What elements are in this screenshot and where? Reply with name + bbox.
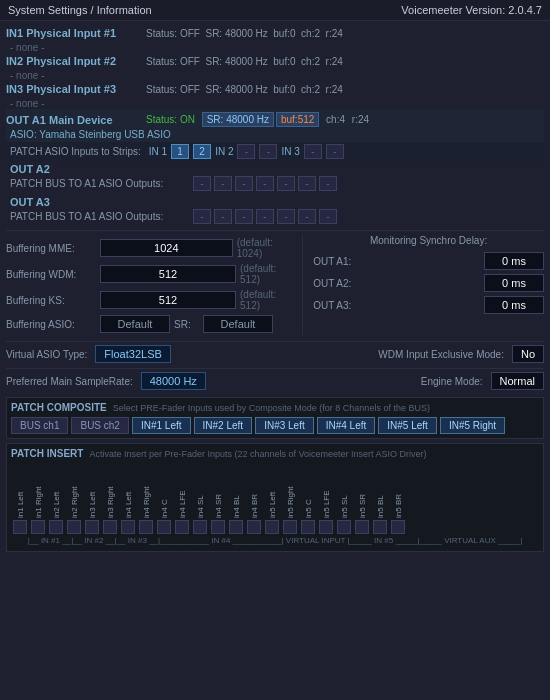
insert-channel-btn-15[interactable] bbox=[283, 520, 297, 534]
in2-none: - none - bbox=[6, 70, 44, 81]
insert-channel-col-0: in1 Left bbox=[11, 463, 29, 534]
insert-channel-label-5: in3 Right bbox=[106, 463, 115, 518]
composite-in2-left[interactable]: IN#2 Left bbox=[194, 417, 253, 434]
patch-in1-btn1[interactable]: 1 bbox=[171, 144, 189, 159]
insert-channel-btn-18[interactable] bbox=[337, 520, 351, 534]
insert-channel-btn-1[interactable] bbox=[31, 520, 45, 534]
composite-in1-left[interactable]: IN#1 Left bbox=[132, 417, 191, 434]
composite-in3-left[interactable]: IN#3 Left bbox=[255, 417, 314, 434]
out-a3-label: OUT A3 bbox=[10, 196, 50, 208]
composite-in4-left[interactable]: IN#4 Left bbox=[317, 417, 376, 434]
patch-insert-desc: Activate Insert per Pre-Fader Inputs (22… bbox=[89, 449, 426, 459]
patch-composite-buttons: BUS ch1 BUS ch2 IN#1 Left IN#2 Left IN#3… bbox=[11, 417, 539, 434]
insert-channel-btn-4[interactable] bbox=[85, 520, 99, 534]
insert-channel-col-15: in5 Right bbox=[281, 463, 299, 534]
in3-row: IN3 Physical Input #3 Status: OFF SR: 48… bbox=[6, 81, 544, 97]
buf-ks-input[interactable] bbox=[100, 291, 236, 309]
insert-channel-btn-21[interactable] bbox=[391, 520, 405, 534]
patch-in2-btn1[interactable]: - bbox=[237, 144, 255, 159]
insert-channel-label-19: in5 SR bbox=[358, 463, 367, 518]
in3-none: - none - bbox=[6, 98, 44, 109]
out-a2-section: OUT A2 PATCH BUS TO A1 ASIO Outputs: - -… bbox=[6, 161, 544, 194]
insert-channel-col-19: in5 SR bbox=[353, 463, 371, 534]
insert-channel-label-6: in4 Left bbox=[124, 463, 133, 518]
insert-channel-btn-2[interactable] bbox=[49, 520, 63, 534]
insert-channel-label-18: in5 SL bbox=[340, 463, 349, 518]
monitoring-a1-label: OUT A1: bbox=[313, 256, 363, 267]
insert-channel-col-7: in4 Right bbox=[137, 463, 155, 534]
insert-channels-container: in1 Leftin1 Rightin2 Leftin2 Rightin3 Le… bbox=[11, 463, 539, 534]
out-a3-btn6[interactable]: - bbox=[298, 209, 316, 224]
buf-wdm-input[interactable] bbox=[100, 265, 236, 283]
insert-channel-btn-7[interactable] bbox=[139, 520, 153, 534]
insert-channel-btn-9[interactable] bbox=[175, 520, 189, 534]
buf-mme-input[interactable] bbox=[100, 239, 233, 257]
buf-asio-value: Default bbox=[100, 315, 170, 333]
monitoring-a2-row: OUT A2: 0 ms bbox=[313, 272, 544, 294]
composite-in5-right[interactable]: IN#5 Right bbox=[440, 417, 505, 434]
out-a3-btn2[interactable]: - bbox=[214, 209, 232, 224]
out-a2-btn4[interactable]: - bbox=[256, 176, 274, 191]
out-a3-btn4[interactable]: - bbox=[256, 209, 274, 224]
out-a2-btn6[interactable]: - bbox=[298, 176, 316, 191]
patch-composite-section: PATCH COMPOSITE Select PRE-Fader Inputs … bbox=[6, 397, 544, 439]
patch-in3-label: IN 3 bbox=[281, 146, 299, 157]
insert-channel-btn-14[interactable] bbox=[265, 520, 279, 534]
insert-channel-btn-8[interactable] bbox=[157, 520, 171, 534]
insert-channel-btn-5[interactable] bbox=[103, 520, 117, 534]
in1-row: IN1 Physical Input #1 Status: OFF SR: 48… bbox=[6, 25, 544, 41]
insert-channel-btn-13[interactable] bbox=[247, 520, 261, 534]
composite-in5-left[interactable]: IN#5 Left bbox=[378, 417, 437, 434]
out-a3-btn5[interactable]: - bbox=[277, 209, 295, 224]
out-a3-section: OUT A3 PATCH BUS TO A1 ASIO Outputs: - -… bbox=[6, 194, 544, 227]
patch-in3-btn1[interactable]: - bbox=[304, 144, 322, 159]
insert-channel-btn-6[interactable] bbox=[121, 520, 135, 534]
insert-channel-btn-3[interactable] bbox=[67, 520, 81, 534]
buf-mme-row: Buffering MME: (default: 1024) bbox=[6, 235, 292, 261]
out-a2-btn2[interactable]: - bbox=[214, 176, 232, 191]
virtual-asio-row: Virtual ASIO Type: Float32LSB WDM Input … bbox=[6, 341, 544, 366]
insert-channel-btn-16[interactable] bbox=[301, 520, 315, 534]
out-a2-btn1[interactable]: - bbox=[193, 176, 211, 191]
insert-channel-label-1: in1 Right bbox=[34, 463, 43, 518]
patch-in2-btn2[interactable]: - bbox=[259, 144, 277, 159]
insert-channel-btn-11[interactable] bbox=[211, 520, 225, 534]
out-a2-btn3[interactable]: - bbox=[235, 176, 253, 191]
out-a3-patch-row: PATCH BUS TO A1 ASIO Outputs: - - - - - … bbox=[10, 208, 540, 225]
insert-channel-btn-12[interactable] bbox=[229, 520, 243, 534]
out-a3-btn1[interactable]: - bbox=[193, 209, 211, 224]
insert-channel-btn-20[interactable] bbox=[373, 520, 387, 534]
insert-channel-col-1: in1 Right bbox=[29, 463, 47, 534]
out-a2-btn7[interactable]: - bbox=[319, 176, 337, 191]
insert-channel-btn-19[interactable] bbox=[355, 520, 369, 534]
sample-rate-label: Preferred Main SampleRate: bbox=[6, 376, 133, 387]
out-a3-btn7[interactable]: - bbox=[319, 209, 337, 224]
insert-channel-col-16: in5 C bbox=[299, 463, 317, 534]
virtual-asio-label: Virtual ASIO Type: bbox=[6, 349, 87, 360]
buf-ks-default: (default: 512) bbox=[240, 289, 292, 311]
wdm-exclusive-label: WDM Input Exclusive Mode: bbox=[378, 349, 504, 360]
buf-ks-row: Buffering KS: (default: 512) bbox=[6, 287, 292, 313]
virtual-asio-value: Float32LSB bbox=[95, 345, 170, 363]
buf-sr-label: SR: bbox=[174, 319, 199, 330]
composite-bus-ch2[interactable]: BUS ch2 bbox=[71, 417, 128, 434]
composite-bus-ch1[interactable]: BUS ch1 bbox=[11, 417, 68, 434]
insert-channel-label-8: in4 C bbox=[160, 463, 169, 518]
insert-channel-col-12: in4 BL bbox=[227, 463, 245, 534]
insert-channel-btn-10[interactable] bbox=[193, 520, 207, 534]
in2-label: IN2 Physical Input #2 bbox=[6, 55, 146, 67]
patch-in3-btn2[interactable]: - bbox=[326, 144, 344, 159]
buf-asio-row: Buffering ASIO: Default SR: Default bbox=[6, 313, 292, 335]
insert-channel-label-11: in4 SR bbox=[214, 463, 223, 518]
buf-mme-default: (default: 1024) bbox=[237, 237, 292, 259]
insert-channel-label-0: in1 Left bbox=[16, 463, 25, 518]
insert-channel-col-4: in3 Left bbox=[83, 463, 101, 534]
out-a2-btn5[interactable]: - bbox=[277, 176, 295, 191]
insert-channel-btn-0[interactable] bbox=[13, 520, 27, 534]
insert-channel-btn-17[interactable] bbox=[319, 520, 333, 534]
out-a3-btn3[interactable]: - bbox=[235, 209, 253, 224]
buffering-section: Buffering MME: (default: 1024) Buffering… bbox=[6, 230, 544, 339]
insert-channel-label-10: in4 SL bbox=[196, 463, 205, 518]
patch-in1-btn2[interactable]: 2 bbox=[193, 144, 211, 159]
out-a1-buf: buf:512 bbox=[276, 112, 319, 127]
